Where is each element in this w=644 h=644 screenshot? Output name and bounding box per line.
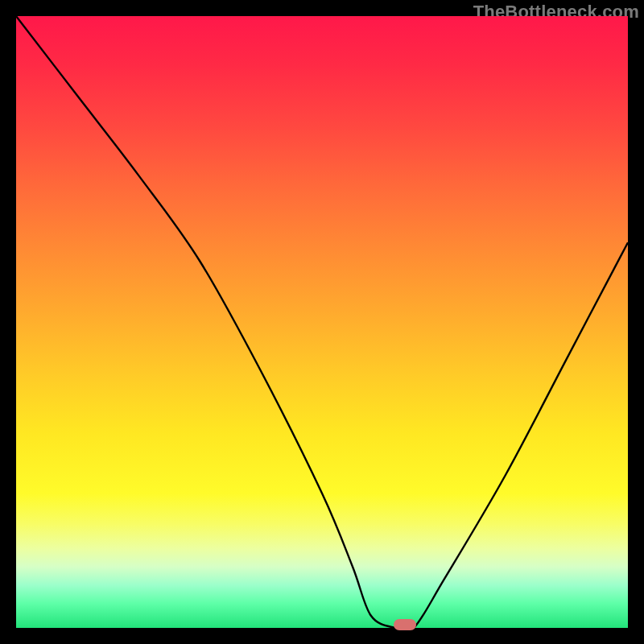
- curve-path: [16, 16, 628, 632]
- chart-frame: TheBottleneck.com: [0, 0, 644, 644]
- dip-marker: [394, 619, 416, 630]
- plot-area: [16, 16, 628, 628]
- line-series: [16, 16, 628, 628]
